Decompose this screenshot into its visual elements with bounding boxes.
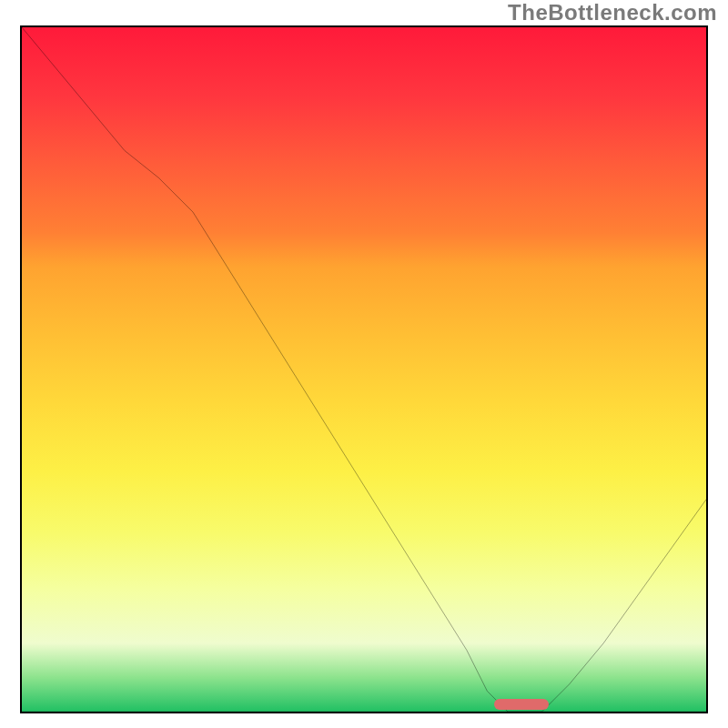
watermark-text: TheBottleneck.com	[508, 0, 717, 25]
optimal-marker	[494, 699, 549, 710]
bottleneck-curve	[22, 27, 706, 712]
chart-container: TheBottleneck.com	[0, 0, 728, 728]
plot-frame	[20, 25, 708, 713]
